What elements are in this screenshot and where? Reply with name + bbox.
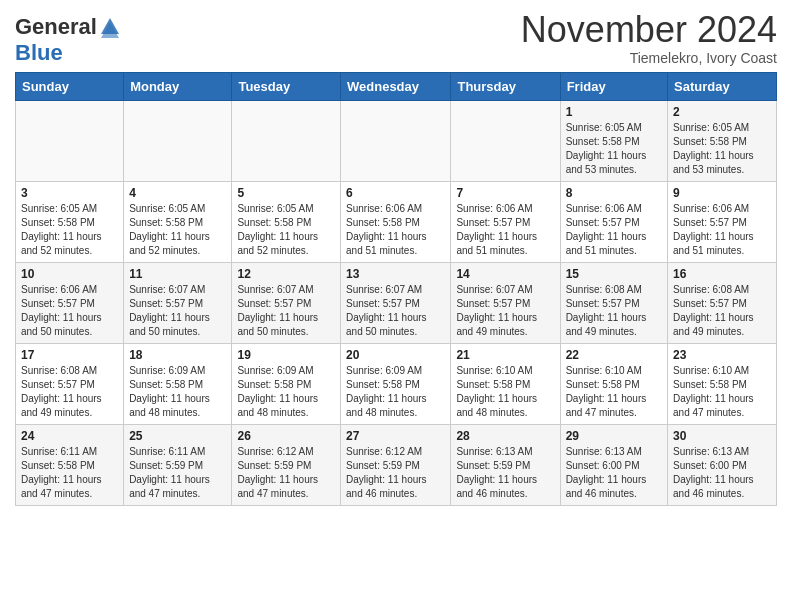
calendar-cell: 26Sunrise: 6:12 AM Sunset: 5:59 PM Dayli… xyxy=(232,425,341,506)
day-info: Sunrise: 6:05 AM Sunset: 5:58 PM Dayligh… xyxy=(21,202,118,258)
day-number: 22 xyxy=(566,348,662,362)
day-info: Sunrise: 6:12 AM Sunset: 5:59 PM Dayligh… xyxy=(346,445,445,501)
day-info: Sunrise: 6:09 AM Sunset: 5:58 PM Dayligh… xyxy=(346,364,445,420)
calendar-cell: 10Sunrise: 6:06 AM Sunset: 5:57 PM Dayli… xyxy=(16,263,124,344)
calendar-cell: 11Sunrise: 6:07 AM Sunset: 5:57 PM Dayli… xyxy=(124,263,232,344)
week-row-1: 1Sunrise: 6:05 AM Sunset: 5:58 PM Daylig… xyxy=(16,101,777,182)
page: General Blue November 2024 Tiemelekro, I… xyxy=(0,0,792,521)
day-number: 15 xyxy=(566,267,662,281)
day-info: Sunrise: 6:09 AM Sunset: 5:58 PM Dayligh… xyxy=(129,364,226,420)
day-number: 21 xyxy=(456,348,554,362)
weekday-header-friday: Friday xyxy=(560,73,667,101)
day-info: Sunrise: 6:05 AM Sunset: 5:58 PM Dayligh… xyxy=(129,202,226,258)
calendar-cell: 30Sunrise: 6:13 AM Sunset: 6:00 PM Dayli… xyxy=(668,425,777,506)
day-number: 16 xyxy=(673,267,771,281)
weekday-header-wednesday: Wednesday xyxy=(341,73,451,101)
day-number: 18 xyxy=(129,348,226,362)
calendar-cell: 21Sunrise: 6:10 AM Sunset: 5:58 PM Dayli… xyxy=(451,344,560,425)
day-info: Sunrise: 6:10 AM Sunset: 5:58 PM Dayligh… xyxy=(456,364,554,420)
day-number: 23 xyxy=(673,348,771,362)
weekday-header-monday: Monday xyxy=(124,73,232,101)
day-number: 8 xyxy=(566,186,662,200)
weekday-header-saturday: Saturday xyxy=(668,73,777,101)
logo: General Blue xyxy=(15,14,121,66)
calendar-cell: 6Sunrise: 6:06 AM Sunset: 5:58 PM Daylig… xyxy=(341,182,451,263)
logo-general-text: General xyxy=(15,14,97,40)
calendar-cell: 1Sunrise: 6:05 AM Sunset: 5:58 PM Daylig… xyxy=(560,101,667,182)
day-number: 4 xyxy=(129,186,226,200)
day-number: 2 xyxy=(673,105,771,119)
day-info: Sunrise: 6:07 AM Sunset: 5:57 PM Dayligh… xyxy=(456,283,554,339)
calendar-cell xyxy=(16,101,124,182)
calendar-cell: 3Sunrise: 6:05 AM Sunset: 5:58 PM Daylig… xyxy=(16,182,124,263)
weekday-header-thursday: Thursday xyxy=(451,73,560,101)
day-info: Sunrise: 6:08 AM Sunset: 5:57 PM Dayligh… xyxy=(673,283,771,339)
calendar-cell: 2Sunrise: 6:05 AM Sunset: 5:58 PM Daylig… xyxy=(668,101,777,182)
day-number: 19 xyxy=(237,348,335,362)
day-number: 17 xyxy=(21,348,118,362)
calendar: SundayMondayTuesdayWednesdayThursdayFrid… xyxy=(15,72,777,506)
weekday-header-row: SundayMondayTuesdayWednesdayThursdayFrid… xyxy=(16,73,777,101)
day-info: Sunrise: 6:07 AM Sunset: 5:57 PM Dayligh… xyxy=(346,283,445,339)
day-info: Sunrise: 6:12 AM Sunset: 5:59 PM Dayligh… xyxy=(237,445,335,501)
calendar-cell: 27Sunrise: 6:12 AM Sunset: 5:59 PM Dayli… xyxy=(341,425,451,506)
day-number: 25 xyxy=(129,429,226,443)
week-row-3: 10Sunrise: 6:06 AM Sunset: 5:57 PM Dayli… xyxy=(16,263,777,344)
day-number: 12 xyxy=(237,267,335,281)
calendar-cell: 5Sunrise: 6:05 AM Sunset: 5:58 PM Daylig… xyxy=(232,182,341,263)
day-info: Sunrise: 6:05 AM Sunset: 5:58 PM Dayligh… xyxy=(566,121,662,177)
day-info: Sunrise: 6:06 AM Sunset: 5:57 PM Dayligh… xyxy=(566,202,662,258)
logo-blue-text: Blue xyxy=(15,40,63,66)
calendar-cell: 14Sunrise: 6:07 AM Sunset: 5:57 PM Dayli… xyxy=(451,263,560,344)
day-info: Sunrise: 6:10 AM Sunset: 5:58 PM Dayligh… xyxy=(566,364,662,420)
calendar-cell: 24Sunrise: 6:11 AM Sunset: 5:58 PM Dayli… xyxy=(16,425,124,506)
day-number: 27 xyxy=(346,429,445,443)
week-row-5: 24Sunrise: 6:11 AM Sunset: 5:58 PM Dayli… xyxy=(16,425,777,506)
day-info: Sunrise: 6:11 AM Sunset: 5:58 PM Dayligh… xyxy=(21,445,118,501)
title-area: November 2024 Tiemelekro, Ivory Coast xyxy=(521,10,777,66)
day-info: Sunrise: 6:07 AM Sunset: 5:57 PM Dayligh… xyxy=(129,283,226,339)
day-number: 29 xyxy=(566,429,662,443)
calendar-cell: 13Sunrise: 6:07 AM Sunset: 5:57 PM Dayli… xyxy=(341,263,451,344)
calendar-cell: 16Sunrise: 6:08 AM Sunset: 5:57 PM Dayli… xyxy=(668,263,777,344)
calendar-cell: 25Sunrise: 6:11 AM Sunset: 5:59 PM Dayli… xyxy=(124,425,232,506)
location: Tiemelekro, Ivory Coast xyxy=(521,50,777,66)
day-number: 13 xyxy=(346,267,445,281)
header: General Blue November 2024 Tiemelekro, I… xyxy=(15,10,777,66)
day-number: 30 xyxy=(673,429,771,443)
calendar-cell: 4Sunrise: 6:05 AM Sunset: 5:58 PM Daylig… xyxy=(124,182,232,263)
day-info: Sunrise: 6:13 AM Sunset: 5:59 PM Dayligh… xyxy=(456,445,554,501)
calendar-cell xyxy=(124,101,232,182)
day-info: Sunrise: 6:13 AM Sunset: 6:00 PM Dayligh… xyxy=(566,445,662,501)
calendar-cell: 12Sunrise: 6:07 AM Sunset: 5:57 PM Dayli… xyxy=(232,263,341,344)
day-info: Sunrise: 6:05 AM Sunset: 5:58 PM Dayligh… xyxy=(673,121,771,177)
week-row-2: 3Sunrise: 6:05 AM Sunset: 5:58 PM Daylig… xyxy=(16,182,777,263)
day-info: Sunrise: 6:11 AM Sunset: 5:59 PM Dayligh… xyxy=(129,445,226,501)
calendar-cell: 19Sunrise: 6:09 AM Sunset: 5:58 PM Dayli… xyxy=(232,344,341,425)
day-number: 1 xyxy=(566,105,662,119)
day-number: 9 xyxy=(673,186,771,200)
calendar-cell xyxy=(232,101,341,182)
day-info: Sunrise: 6:13 AM Sunset: 6:00 PM Dayligh… xyxy=(673,445,771,501)
day-number: 11 xyxy=(129,267,226,281)
day-number: 7 xyxy=(456,186,554,200)
day-number: 28 xyxy=(456,429,554,443)
weekday-header-sunday: Sunday xyxy=(16,73,124,101)
calendar-cell: 8Sunrise: 6:06 AM Sunset: 5:57 PM Daylig… xyxy=(560,182,667,263)
calendar-cell: 29Sunrise: 6:13 AM Sunset: 6:00 PM Dayli… xyxy=(560,425,667,506)
day-number: 5 xyxy=(237,186,335,200)
day-number: 3 xyxy=(21,186,118,200)
calendar-cell: 18Sunrise: 6:09 AM Sunset: 5:58 PM Dayli… xyxy=(124,344,232,425)
day-number: 26 xyxy=(237,429,335,443)
day-info: Sunrise: 6:06 AM Sunset: 5:57 PM Dayligh… xyxy=(456,202,554,258)
calendar-cell xyxy=(341,101,451,182)
day-info: Sunrise: 6:07 AM Sunset: 5:57 PM Dayligh… xyxy=(237,283,335,339)
calendar-cell: 20Sunrise: 6:09 AM Sunset: 5:58 PM Dayli… xyxy=(341,344,451,425)
day-info: Sunrise: 6:10 AM Sunset: 5:58 PM Dayligh… xyxy=(673,364,771,420)
calendar-cell: 7Sunrise: 6:06 AM Sunset: 5:57 PM Daylig… xyxy=(451,182,560,263)
logo-icon xyxy=(99,16,121,38)
day-info: Sunrise: 6:08 AM Sunset: 5:57 PM Dayligh… xyxy=(21,364,118,420)
day-info: Sunrise: 6:06 AM Sunset: 5:57 PM Dayligh… xyxy=(673,202,771,258)
day-info: Sunrise: 6:06 AM Sunset: 5:57 PM Dayligh… xyxy=(21,283,118,339)
day-info: Sunrise: 6:05 AM Sunset: 5:58 PM Dayligh… xyxy=(237,202,335,258)
